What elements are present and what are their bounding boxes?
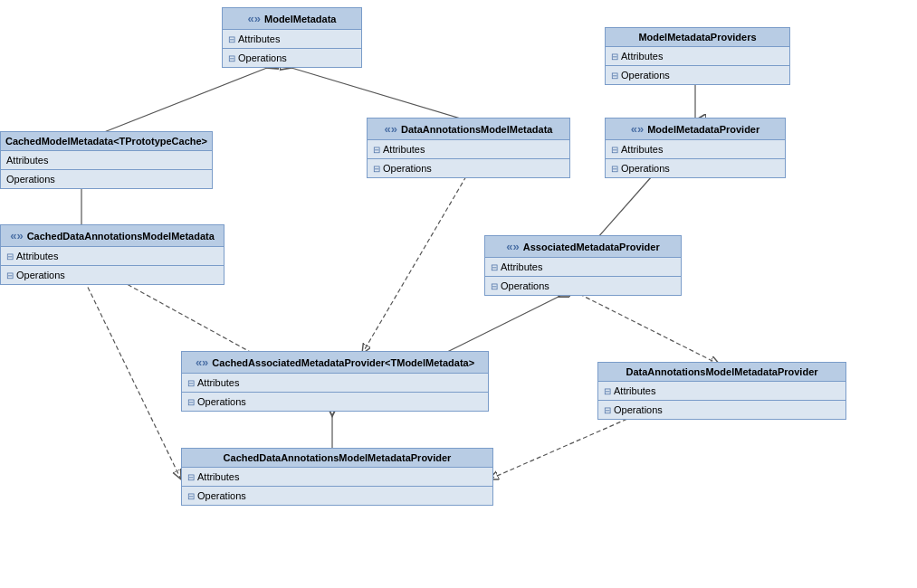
attributes-section: ⊟ Attributes [223, 30, 361, 49]
attr-icon: ⊟ [604, 386, 611, 396]
ops-icon: ⊟ [228, 53, 235, 63]
operations-section: ⊟ Operations [485, 277, 681, 295]
class-ModelMetadataProvider: «» ModelMetadataProvider ⊟ Attributes ⊟ … [605, 118, 786, 178]
attributes-section: ⊟ Attributes [1, 247, 224, 266]
class-name: ModelMetadata [264, 14, 336, 24]
svg-line-10 [489, 416, 634, 479]
operations-section: ⊟ Operations [182, 487, 492, 505]
attr-icon: ⊟ [6, 251, 14, 261]
class-CachedDataAnnotationsModelMetadata: «» CachedDataAnnotationsModelMetadata ⊟ … [0, 224, 224, 285]
attributes-section: ⊟ Attributes [182, 374, 488, 393]
attributes-label: Attributes [383, 144, 425, 155]
attributes-label: Attributes [6, 155, 48, 166]
class-header-CachedDataAnnotationsModelMetadataProvider: CachedDataAnnotationsModelMetadataProvid… [182, 449, 492, 468]
abstract-icon: «» [248, 12, 261, 25]
attributes-section: ⊟ Attributes [368, 140, 569, 159]
class-AssociatedMetadataProvider: «» AssociatedMetadataProvider ⊟ Attribut… [484, 235, 682, 296]
attributes-label: Attributes [16, 251, 58, 261]
class-header-CachedModelMetadata: CachedModelMetadata<TPrototypeCache> [1, 132, 212, 151]
svg-line-8 [362, 176, 466, 354]
class-name: CachedDataAnnotationsModelMetadata [27, 231, 215, 242]
attributes-label: Attributes [614, 385, 655, 396]
abstract-icon: «» [385, 122, 397, 136]
operations-section: ⊟ Operations [598, 401, 845, 419]
svg-line-0 [100, 68, 267, 134]
ops-icon: ⊟ [373, 164, 380, 174]
attributes-section: ⊟ Attributes [606, 47, 789, 66]
class-header-CachedAssociatedMetadataProvider: «» CachedAssociatedMetadataProvider<TMod… [182, 352, 488, 374]
operations-label: Operations [6, 174, 55, 185]
class-header-DataAnnotationsModelMetadataProvider: DataAnnotationsModelMetadataProvider [598, 363, 845, 382]
operations-label: Operations [16, 270, 65, 280]
abstract-icon: «» [196, 356, 208, 369]
ops-icon: ⊟ [187, 491, 195, 501]
attr-icon: ⊟ [187, 378, 195, 388]
ops-icon: ⊟ [611, 164, 618, 174]
ops-icon: ⊟ [611, 71, 618, 81]
operations-label: Operations [197, 490, 246, 501]
class-DataAnnotationsModelMetadata: «» DataAnnotationsModelMetadata ⊟ Attrib… [367, 118, 570, 178]
operations-label: Operations [621, 163, 670, 174]
class-header-DataAnnotationsModelMetadata: «» DataAnnotationsModelMetadata [368, 119, 569, 140]
class-ModelMetadataProviders: ModelMetadataProviders ⊟ Attributes ⊟ Op… [605, 27, 790, 85]
operations-section: ⊟ Operations [223, 49, 361, 67]
attr-icon: ⊟ [611, 52, 618, 62]
attr-icon: ⊟ [611, 145, 618, 155]
svg-line-6 [579, 294, 720, 365]
abstract-icon: «» [10, 229, 23, 242]
class-name: DataAnnotationsModelMetadata [401, 124, 552, 135]
ops-icon: ⊟ [187, 397, 195, 407]
class-header-ModelMetadata: «» ModelMetadata [223, 8, 361, 30]
attr-icon: ⊟ [373, 145, 380, 155]
attributes-label: Attributes [621, 144, 663, 155]
operations-section: Operations [1, 170, 212, 188]
operations-label: Operations [238, 52, 287, 63]
class-ModelMetadata: «» ModelMetadata ⊟ Attributes ⊟ Operatio… [222, 7, 362, 68]
attributes-section: ⊟ Attributes [182, 468, 492, 487]
svg-line-7 [81, 274, 181, 479]
operations-label: Operations [197, 396, 246, 407]
operations-section: ⊟ Operations [606, 66, 789, 84]
svg-line-11 [109, 274, 253, 354]
attributes-section: Attributes [1, 151, 212, 170]
class-header-ModelMetadataProviders: ModelMetadataProviders [606, 28, 789, 47]
class-header-CachedDataAnnotationsModelMetadata: «» CachedDataAnnotationsModelMetadata [1, 225, 224, 247]
operations-label: Operations [383, 163, 432, 174]
class-name: DataAnnotationsModelMetadataProvider [626, 366, 817, 377]
attributes-label: Attributes [501, 261, 542, 272]
svg-line-4 [597, 176, 652, 238]
class-CachedDataAnnotationsModelMetadataProvider: CachedDataAnnotationsModelMetadataProvid… [181, 448, 493, 506]
operations-section: ⊟ Operations [1, 266, 224, 284]
attr-icon: ⊟ [491, 262, 498, 272]
ops-icon: ⊟ [6, 270, 14, 280]
class-name: CachedAssociatedMetadataProvider<TModelM… [212, 357, 474, 368]
class-name: CachedDataAnnotationsModelMetadataProvid… [224, 452, 452, 463]
attributes-label: Attributes [197, 471, 239, 482]
abstract-icon: «» [506, 240, 519, 253]
class-name: AssociatedMetadataProvider [523, 242, 660, 252]
attributes-section: ⊟ Attributes [606, 140, 785, 159]
operations-section: ⊟ Operations [606, 159, 785, 177]
class-name: ModelMetadataProvider [647, 124, 759, 135]
class-CachedModelMetadata: CachedModelMetadata<TPrototypeCache> Att… [0, 131, 213, 189]
ops-icon: ⊟ [491, 281, 498, 291]
attr-icon: ⊟ [228, 34, 235, 44]
ops-icon: ⊟ [604, 405, 611, 415]
diagram-canvas: «» ModelMetadata ⊟ Attributes ⊟ Operatio… [0, 0, 917, 588]
class-header-AssociatedMetadataProvider: «» AssociatedMetadataProvider [485, 236, 681, 258]
attributes-section: ⊟ Attributes [598, 382, 845, 401]
attributes-label: Attributes [197, 377, 239, 388]
operations-label: Operations [614, 404, 663, 415]
operations-label: Operations [621, 70, 670, 81]
class-header-ModelMetadataProvider: «» ModelMetadataProvider [606, 119, 785, 140]
class-DataAnnotationsModelMetadataProvider: DataAnnotationsModelMetadataProvider ⊟ A… [597, 362, 846, 420]
operations-section: ⊟ Operations [182, 393, 488, 411]
operations-label: Operations [501, 280, 549, 291]
class-name: CachedModelMetadata<TPrototypeCache> [5, 136, 207, 147]
attributes-section: ⊟ Attributes [485, 258, 681, 277]
svg-line-5 [444, 297, 559, 354]
attr-icon: ⊟ [187, 472, 195, 482]
attributes-label: Attributes [621, 51, 663, 62]
operations-section: ⊟ Operations [368, 159, 569, 177]
svg-line-1 [291, 68, 466, 120]
